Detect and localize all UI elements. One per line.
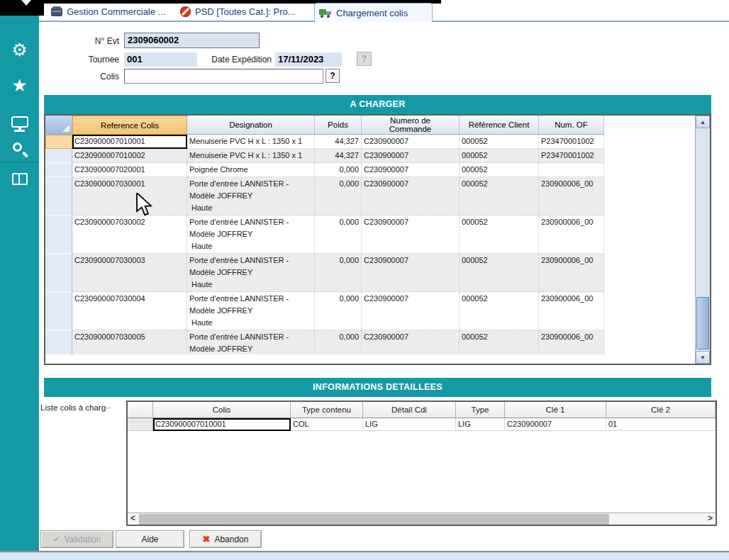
cell-designation[interactable]: Menuiserie PVC H x L : 1350 x 1 xyxy=(187,135,315,149)
cell-numero-commande[interactable]: C230900007 xyxy=(362,330,460,354)
cell-poids[interactable]: 0,000 xyxy=(315,254,362,292)
table-row[interactable]: C230900007010001 Menuiserie PVC H x L : … xyxy=(45,135,698,149)
col-header-reference-colis[interactable]: Reference Colis xyxy=(72,116,187,135)
cell-num-of[interactable]: P23470001002 xyxy=(539,149,604,163)
scroll-down-button[interactable]: ▼ xyxy=(696,351,710,364)
cell-reference-client[interactable]: 000052 xyxy=(460,149,539,163)
col-header-type-contenu[interactable]: Type contenu xyxy=(291,402,363,418)
cell-poids[interactable]: 44,327 xyxy=(315,149,362,163)
scroll-left-button[interactable]: < xyxy=(128,513,138,525)
row-selector-header[interactable] xyxy=(45,116,72,135)
cell-designation[interactable]: Porte d'entrée LANNISTER - Modèle JOFFRE… xyxy=(187,330,315,354)
nevt-field[interactable]: 2309060002 xyxy=(124,33,260,48)
cell-numero-commande[interactable]: C230900007 xyxy=(362,163,460,177)
scrollbar-thumb[interactable] xyxy=(139,514,609,525)
cell-num-of[interactable]: 230900006_00 xyxy=(539,330,604,354)
cell-reference-colis[interactable]: C230900007030003 xyxy=(72,254,187,292)
cell-reference-client[interactable]: 000052 xyxy=(460,330,539,354)
cell-designation[interactable]: Porte d'entrée LANNISTER - Modèle JOFFRE… xyxy=(187,215,315,254)
cell-reference-colis[interactable]: C230900007030004 xyxy=(72,292,187,330)
cell-reference-client[interactable]: 000052 xyxy=(460,254,539,292)
cell-poids[interactable]: 0,000 xyxy=(315,292,362,330)
cell-reference-colis[interactable]: C230900007030001 xyxy=(72,177,187,215)
col-header-type[interactable]: Type xyxy=(456,402,505,418)
favorites-star-icon[interactable]: ★ xyxy=(0,77,39,94)
table-row[interactable]: C230900007030004 Porte d'entrée LANNISTE… xyxy=(45,292,698,330)
colis-help-button[interactable]: ? xyxy=(325,69,340,83)
monitor-icon[interactable] xyxy=(0,116,39,132)
cell-reference-colis[interactable]: C230900007010002 xyxy=(72,149,187,163)
cell-reference-client[interactable]: 000052 xyxy=(460,177,539,215)
row-selector-header[interactable] xyxy=(128,402,153,418)
cell-numero-commande[interactable]: C230900007 xyxy=(362,149,460,163)
cell-poids[interactable]: 0,000 xyxy=(315,215,362,254)
cell-reference-client[interactable]: 000052 xyxy=(460,135,539,149)
table-row[interactable]: C230900007020001 Poignée Chrome 0,000 C2… xyxy=(45,163,698,177)
cell-reference-client[interactable]: 000052 xyxy=(460,215,539,254)
table-row[interactable]: C230900007030003 Porte d'entrée LANNISTE… xyxy=(45,254,698,292)
cell-num-of[interactable] xyxy=(539,163,604,177)
cell-reference-colis[interactable]: C230900007030002 xyxy=(72,215,187,254)
cell-numero-commande[interactable]: C230900007 xyxy=(362,292,460,330)
cell-poids[interactable]: 0,000 xyxy=(315,177,362,215)
cell-num-of[interactable]: P23470001002 xyxy=(539,135,604,149)
cell-poids[interactable]: 0,000 xyxy=(315,330,362,354)
date-expedition-field[interactable]: 17/11/2023 xyxy=(275,52,342,67)
scroll-right-button[interactable]: > xyxy=(705,513,716,525)
cell-reference-colis[interactable]: C230900007010001 xyxy=(72,135,187,149)
row-selector-cell[interactable] xyxy=(45,254,72,292)
cell-cle2[interactable]: 01 xyxy=(606,418,716,431)
scroll-up-button[interactable]: ▲ xyxy=(696,116,710,128)
scrollbar-thumb[interactable] xyxy=(696,297,709,349)
cell-poids[interactable]: 44,327 xyxy=(315,135,362,149)
row-selector-cell[interactable] xyxy=(128,418,153,431)
cell-type[interactable]: LIG xyxy=(456,418,505,431)
tab-chargement-colis[interactable]: Chargement colis xyxy=(314,3,433,22)
split-view-icon[interactable] xyxy=(0,173,39,185)
row-selector-cell[interactable] xyxy=(45,163,72,177)
row-selector-cell[interactable] xyxy=(45,292,72,330)
abandon-button[interactable]: ✖ Abandon xyxy=(189,530,262,548)
row-selector-cell[interactable] xyxy=(45,177,72,215)
cell-num-of[interactable]: 230900006_00 xyxy=(539,292,604,330)
tab-gestion-commerciale[interactable]: Gestion Commerciale ... xyxy=(47,3,169,21)
col-header-detail-cdi[interactable]: Détail Cdi xyxy=(363,402,456,418)
cell-numero-commande[interactable]: C230900007 xyxy=(362,254,460,292)
row-selector-cell[interactable] xyxy=(45,149,72,163)
col-header-designation[interactable]: Designation xyxy=(187,116,315,135)
row-selector-cell[interactable] xyxy=(45,135,72,149)
colis-input[interactable] xyxy=(124,69,323,84)
cell-numero-commande[interactable]: C230900007 xyxy=(362,177,460,215)
cell-poids[interactable]: 0,000 xyxy=(315,163,362,177)
cell-num-of[interactable]: 230900006_00 xyxy=(539,177,604,215)
table-row[interactable]: C230900007010002 Menuiserie PVC H x L : … xyxy=(45,149,698,163)
cell-num-of[interactable]: 230900006_00 xyxy=(539,254,604,292)
table-row[interactable]: C230900007030005 Porte d'entrée LANNISTE… xyxy=(45,330,698,354)
col-header-reference-client[interactable]: Référence Client xyxy=(460,116,539,135)
cell-designation[interactable]: Porte d'entrée LANNISTER - Modèle JOFFRE… xyxy=(187,177,315,215)
aide-button[interactable]: Aide xyxy=(116,530,184,548)
col-header-colis[interactable]: Colis xyxy=(153,402,291,418)
cell-type-contenu[interactable]: COL xyxy=(291,418,363,431)
cell-designation[interactable]: Porte d'entrée LANNISTER - Modèle JOFFRE… xyxy=(187,292,315,330)
cell-num-of[interactable]: 230900006_00 xyxy=(539,215,604,254)
row-selector-cell[interactable] xyxy=(45,215,72,254)
search-icon[interactable] xyxy=(0,142,39,160)
col-header-cle2[interactable]: Clé 2 xyxy=(606,402,716,418)
cell-reference-client[interactable]: 000052 xyxy=(460,292,539,330)
cell-colis[interactable]: C230900007010001 xyxy=(153,418,291,431)
tab-psd[interactable]: PSD [Toutes Cat.]: Pro... xyxy=(176,3,300,21)
tournee-field[interactable]: 001 xyxy=(124,52,197,67)
settings-wheel-icon[interactable]: ⚙ xyxy=(0,41,39,59)
row-selector-cell[interactable] xyxy=(45,330,72,354)
cell-cle1[interactable]: C230900007 xyxy=(505,418,606,431)
horizontal-scrollbar[interactable]: < > xyxy=(128,513,716,525)
col-header-poids[interactable]: Poids xyxy=(315,116,362,135)
cell-reference-colis[interactable]: C230900007020001 xyxy=(72,163,187,177)
cell-numero-commande[interactable]: C230900007 xyxy=(362,215,460,254)
table-row[interactable]: C230900007010001 COL LIG LIG C230900007 … xyxy=(128,418,716,431)
cell-designation[interactable]: Porte d'entrée LANNISTER - Modèle JOFFRE… xyxy=(187,254,315,292)
vertical-scrollbar[interactable]: ▲ ▼ xyxy=(695,116,710,364)
col-header-cle1[interactable]: Clé 1 xyxy=(505,402,606,418)
cell-reference-colis[interactable]: C230900007030005 xyxy=(72,330,187,354)
